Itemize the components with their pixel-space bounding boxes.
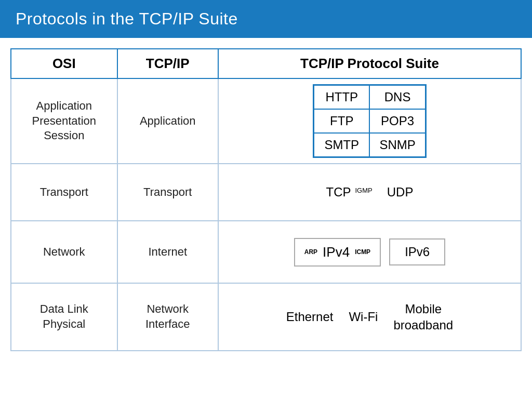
table-row-application: Application Presentation Session Applica… (11, 78, 521, 164)
tcpip-datalink: Network Interface (117, 283, 218, 351)
proto-pop3: POP3 (369, 109, 425, 133)
proto-ipv6: IPv6 (405, 245, 430, 259)
tcpip-network: Internet (117, 221, 218, 283)
proto-icmp: ICMP (355, 248, 370, 256)
proto-ftp: FTP (314, 109, 369, 133)
osi-application: Application Presentation Session (11, 78, 117, 164)
col-header-tcpip: TCP/IP (117, 49, 218, 78)
osi-transport: Transport (11, 164, 117, 221)
proto-ipv4: IPv4 (323, 244, 350, 260)
protocols-grid: HTTP DNS FTP POP3 (313, 84, 427, 158)
proto-ethernet: Ethernet (286, 310, 334, 324)
suite-datalink: Ethernet Wi-Fi Mobilebroadband (218, 283, 521, 351)
proto-mobile: Mobilebroadband (393, 301, 453, 333)
ipv6-box: IPv6 (389, 238, 445, 265)
suite-network: ARP IPv4 ICMP IPv6 (218, 221, 521, 283)
tcpip-transport: Transport (117, 164, 218, 221)
proto-http: HTTP (314, 85, 369, 109)
proto-wifi: Wi-Fi (349, 310, 378, 324)
tcpip-application: Application (117, 78, 218, 164)
table-row-transport: Transport Transport TCP IGMP UDP (11, 164, 521, 221)
proto-igmp: IGMP (355, 187, 373, 194)
proto-dns: DNS (369, 85, 425, 109)
ipv4-box: ARP IPv4 ICMP (294, 238, 381, 267)
proto-smtp: SMTP (314, 133, 369, 157)
osi-network: Network (11, 221, 117, 283)
proto-arp: ARP (304, 248, 317, 256)
table-row-network: Network Internet ARP IPv4 ICMP (11, 221, 521, 283)
proto-tcp: TCP (326, 185, 351, 200)
suite-transport: TCP IGMP UDP (218, 164, 521, 221)
col-header-osi: OSI (11, 49, 117, 78)
col-header-suite: TCP/IP Protocol Suite (218, 49, 521, 78)
osi-datalink: Data Link Physical (11, 283, 117, 351)
page-title: Protocols in the TCP/IP Suite (16, 9, 238, 28)
table-row-datalink: Data Link Physical Network Interface Eth… (11, 283, 521, 351)
suite-application: HTTP DNS FTP POP3 (218, 78, 521, 164)
proto-udp: UDP (387, 185, 414, 200)
proto-snmp: SNMP (369, 133, 425, 157)
header: Protocols in the TCP/IP Suite (0, 0, 532, 38)
